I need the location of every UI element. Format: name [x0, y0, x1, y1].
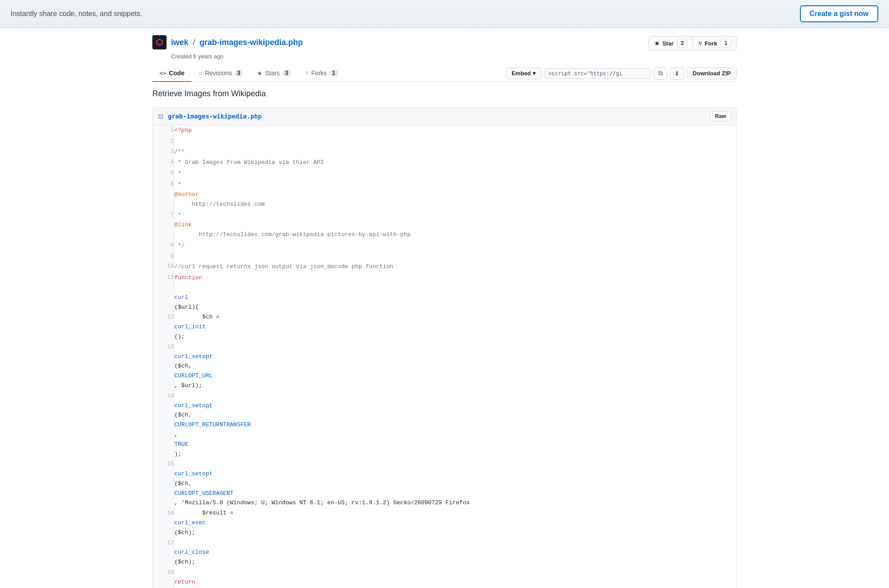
table-row: 12 $ch = curl_init(); — [153, 312, 736, 342]
copy-button[interactable]: ⧉ — [654, 67, 667, 80]
gist-actions: ★ Star 3 ⑂ Fork 1 — [648, 36, 737, 50]
line-number: 7 — [153, 210, 174, 240]
star-count: 3 — [677, 39, 687, 48]
code-line: * @link http://techslides.com/grab-wikip… — [174, 210, 736, 240]
code-line: * Grab Images from Wikipedia via thier A… — [174, 157, 736, 168]
line-number: 4 — [153, 157, 174, 168]
avatar: ⬡ — [152, 35, 167, 49]
code-line: */ — [174, 241, 736, 252]
code-block: ⊡ grab-images-wikipedia.php Raw 1 <?php … — [152, 107, 737, 588]
line-number: 17 — [153, 538, 174, 568]
code-block-header: ⊡ grab-images-wikipedia.php Raw — [153, 108, 736, 125]
table-row: 1 <?php — [153, 125, 736, 136]
tab-revisions[interactable]: ○ Revisions 3 — [192, 65, 250, 82]
table-row: 15 curl_setopt($ch, CURLOPT_USERAGENT, '… — [153, 459, 736, 508]
star-label: Star — [662, 40, 673, 47]
fork-icon: ⑂ — [698, 40, 702, 47]
table-row: 3 /** — [153, 147, 736, 158]
tab-forks[interactable]: ⑂ Forks 1 — [298, 65, 345, 82]
gist-sep: / — [193, 38, 195, 47]
tab-code-label: Code — [169, 69, 184, 77]
line-number: 13 — [153, 342, 174, 391]
create-gist-button[interactable]: Create a gist now — [800, 5, 878, 22]
code-line: curl_close($ch); — [174, 538, 736, 568]
star-icon: ★ — [654, 40, 660, 47]
revisions-tab-icon: ○ — [199, 70, 202, 77]
tab-code[interactable]: <> Code — [152, 65, 192, 82]
tagline: Instantly share code, notes, and snippet… — [11, 10, 142, 18]
code-filename-link[interactable]: grab-images-wikipedia.php — [168, 113, 262, 120]
gist-header: ⬡ iwek / grab-images-wikipedia.php — [152, 35, 303, 49]
gist-meta: Created 6 years ago — [171, 53, 737, 60]
code-line: <?php — [174, 125, 736, 136]
table-row: 14 curl_setopt($ch, CURLOPT_RETURNTRANSF… — [153, 391, 736, 460]
line-number: 5 — [153, 168, 174, 180]
line-number: 12 — [153, 312, 174, 342]
table-row: 4 * Grab Images from Wikipedia via thier… — [153, 157, 736, 168]
code-line — [174, 136, 736, 147]
copy-icon: ⧉ — [658, 69, 663, 77]
fork-count: 1 — [721, 39, 731, 48]
table-row: 7 * @link http://techslides.com/grab-wik… — [153, 210, 736, 240]
line-number: 8 — [153, 241, 174, 252]
code-line: return $result; — [174, 568, 736, 588]
download-icon-button[interactable]: ⬇ — [670, 67, 684, 80]
code-table: 1 <?php 2 3 /** 4 * Grab Images from Wik… — [153, 125, 736, 588]
tabs-bar: <> Code ○ Revisions 3 ★ Stars 3 ⑂ Forks … — [152, 65, 737, 82]
forks-tab-icon: ⑂ — [305, 70, 309, 77]
code-line: curl_setopt($ch, CURLOPT_RETURNTRANSFER,… — [174, 391, 736, 460]
table-row: 16 $result = curl_exec($ch); — [153, 508, 736, 538]
gist-title-row: ⬡ iwek / grab-images-wikipedia.php ★ Sta… — [152, 35, 737, 51]
embed-label: Embed — [512, 70, 531, 77]
embed-code-input[interactable] — [544, 68, 651, 79]
stars-count: 3 — [282, 69, 291, 77]
line-number: 1 — [153, 125, 174, 136]
tab-revisions-label: Revisions — [205, 69, 232, 77]
fork-label: Fork — [705, 40, 717, 47]
line-number: 11 — [153, 273, 174, 312]
code-line: * — [174, 168, 736, 180]
table-row: 17 curl_close($ch); — [153, 538, 736, 568]
tab-stars-label: Stars — [265, 69, 280, 77]
table-row: 9 — [153, 252, 736, 262]
code-line: $result = curl_exec($ch); — [174, 508, 736, 538]
table-row: 5 * — [153, 168, 736, 180]
table-row: 6 * @author http://techslides.com — [153, 180, 736, 210]
star-button[interactable]: ★ Star 3 — [648, 36, 693, 50]
raw-button[interactable]: Raw — [710, 111, 731, 121]
embed-button[interactable]: Embed ▾ — [506, 67, 542, 79]
tabs-toolbar: Embed ▾ ⧉ ⬇ Download ZIP — [506, 67, 737, 80]
line-number: 3 — [153, 147, 174, 158]
line-number: 2 — [153, 136, 174, 147]
table-row: 13 curl_setopt($ch, CURLOPT_URL, $url); — [153, 342, 736, 391]
tab-stars[interactable]: ★ Stars 3 — [250, 65, 298, 82]
gist-filename-link[interactable]: grab-images-wikipedia.php — [200, 38, 303, 47]
code-line: curl_setopt($ch, CURLOPT_USERAGENT, 'Moz… — [174, 459, 736, 508]
revisions-count: 3 — [235, 69, 243, 77]
embed-chevron-icon: ▾ — [533, 70, 536, 77]
gist-owner-link[interactable]: iwek — [171, 38, 188, 47]
code-line: //curl request returns json output via j… — [174, 261, 736, 273]
code-line: $ch = curl_init(); — [174, 312, 736, 342]
table-row: 18 return $result; — [153, 568, 736, 588]
line-number: 9 — [153, 252, 174, 262]
table-row: 10 //curl request returns json output vi… — [153, 261, 736, 273]
code-line: /** — [174, 147, 736, 158]
line-number: 15 — [153, 459, 174, 508]
download-zip-button[interactable]: Download ZIP — [687, 67, 737, 79]
line-number: 6 — [153, 180, 174, 210]
code-line: function curl($url){ — [174, 273, 736, 312]
main-content: ⬡ iwek / grab-images-wikipedia.php ★ Sta… — [142, 28, 747, 588]
line-number: 16 — [153, 508, 174, 538]
gist-description: Retrieve Images from Wikipedia — [152, 89, 737, 98]
line-number: 14 — [153, 391, 174, 460]
table-row: 2 — [153, 136, 736, 147]
code-tab-icon: <> — [159, 70, 166, 77]
top-bar: Instantly share code, notes, and snippet… — [0, 0, 889, 28]
fork-button[interactable]: ⑂ Fork 1 — [693, 36, 737, 50]
tab-forks-label: Forks — [311, 69, 327, 77]
code-file-info: ⊡ grab-images-wikipedia.php — [158, 113, 262, 120]
stars-tab-icon: ★ — [257, 70, 262, 77]
table-row: 8 */ — [153, 241, 736, 252]
code-line: curl_setopt($ch, CURLOPT_URL, $url); — [174, 342, 736, 391]
